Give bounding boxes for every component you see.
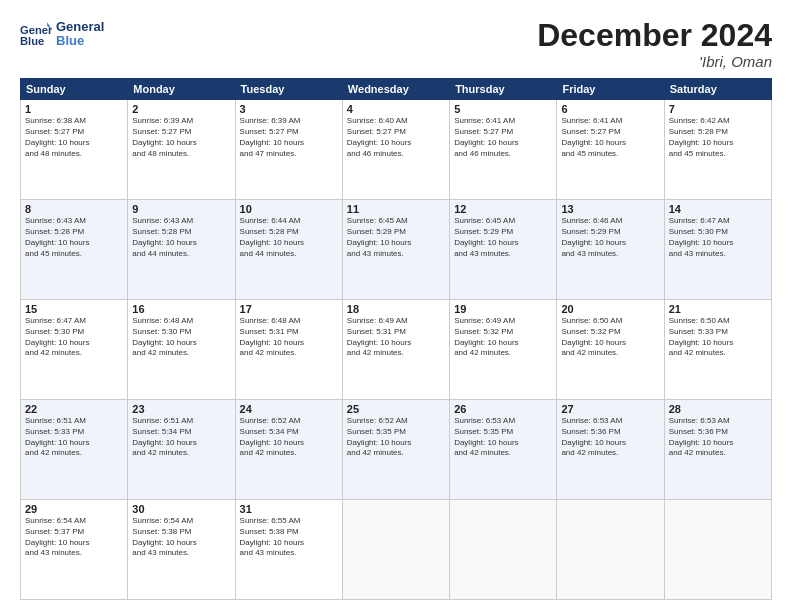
day-number: 28 xyxy=(669,403,767,415)
col-tuesday: Tuesday xyxy=(235,79,342,100)
day-number: 31 xyxy=(240,503,338,515)
day-info: Sunrise: 6:54 AMSunset: 5:38 PMDaylight:… xyxy=(132,516,230,559)
day-number: 2 xyxy=(132,103,230,115)
day-number: 6 xyxy=(561,103,659,115)
week-row-5: 29Sunrise: 6:54 AMSunset: 5:37 PMDayligh… xyxy=(21,500,772,600)
logo: General Blue General Blue xyxy=(20,18,104,50)
calendar-cell: 3Sunrise: 6:39 AMSunset: 5:27 PMDaylight… xyxy=(235,100,342,200)
day-number: 26 xyxy=(454,403,552,415)
day-number: 8 xyxy=(25,203,123,215)
calendar-cell: 18Sunrise: 6:49 AMSunset: 5:31 PMDayligh… xyxy=(342,300,449,400)
day-info: Sunrise: 6:39 AMSunset: 5:27 PMDaylight:… xyxy=(132,116,230,159)
day-number: 27 xyxy=(561,403,659,415)
day-info: Sunrise: 6:51 AMSunset: 5:33 PMDaylight:… xyxy=(25,416,123,459)
day-number: 15 xyxy=(25,303,123,315)
day-number: 9 xyxy=(132,203,230,215)
day-info: Sunrise: 6:53 AMSunset: 5:35 PMDaylight:… xyxy=(454,416,552,459)
day-info: Sunrise: 6:55 AMSunset: 5:38 PMDaylight:… xyxy=(240,516,338,559)
week-row-1: 1Sunrise: 6:38 AMSunset: 5:27 PMDaylight… xyxy=(21,100,772,200)
calendar-cell: 26Sunrise: 6:53 AMSunset: 5:35 PMDayligh… xyxy=(450,400,557,500)
col-monday: Monday xyxy=(128,79,235,100)
day-info: Sunrise: 6:52 AMSunset: 5:35 PMDaylight:… xyxy=(347,416,445,459)
day-number: 12 xyxy=(454,203,552,215)
day-info: Sunrise: 6:49 AMSunset: 5:32 PMDaylight:… xyxy=(454,316,552,359)
col-thursday: Thursday xyxy=(450,79,557,100)
day-number: 5 xyxy=(454,103,552,115)
day-info: Sunrise: 6:43 AMSunset: 5:28 PMDaylight:… xyxy=(25,216,123,259)
calendar-cell: 1Sunrise: 6:38 AMSunset: 5:27 PMDaylight… xyxy=(21,100,128,200)
day-number: 21 xyxy=(669,303,767,315)
day-number: 19 xyxy=(454,303,552,315)
day-number: 3 xyxy=(240,103,338,115)
calendar-cell xyxy=(450,500,557,600)
day-number: 14 xyxy=(669,203,767,215)
title-block: December 2024 'Ibri, Oman xyxy=(537,18,772,70)
calendar-cell: 19Sunrise: 6:49 AMSunset: 5:32 PMDayligh… xyxy=(450,300,557,400)
day-number: 20 xyxy=(561,303,659,315)
calendar-cell: 5Sunrise: 6:41 AMSunset: 5:27 PMDaylight… xyxy=(450,100,557,200)
week-row-4: 22Sunrise: 6:51 AMSunset: 5:33 PMDayligh… xyxy=(21,400,772,500)
calendar-title: December 2024 xyxy=(537,18,772,53)
calendar-cell: 15Sunrise: 6:47 AMSunset: 5:30 PMDayligh… xyxy=(21,300,128,400)
day-number: 23 xyxy=(132,403,230,415)
day-info: Sunrise: 6:50 AMSunset: 5:32 PMDaylight:… xyxy=(561,316,659,359)
calendar-cell: 11Sunrise: 6:45 AMSunset: 5:29 PMDayligh… xyxy=(342,200,449,300)
calendar-cell: 13Sunrise: 6:46 AMSunset: 5:29 PMDayligh… xyxy=(557,200,664,300)
calendar-cell xyxy=(664,500,771,600)
day-info: Sunrise: 6:54 AMSunset: 5:37 PMDaylight:… xyxy=(25,516,123,559)
calendar-cell xyxy=(342,500,449,600)
day-info: Sunrise: 6:45 AMSunset: 5:29 PMDaylight:… xyxy=(454,216,552,259)
day-info: Sunrise: 6:41 AMSunset: 5:27 PMDaylight:… xyxy=(454,116,552,159)
calendar-cell: 23Sunrise: 6:51 AMSunset: 5:34 PMDayligh… xyxy=(128,400,235,500)
day-number: 17 xyxy=(240,303,338,315)
logo-line1: General xyxy=(56,20,104,34)
day-info: Sunrise: 6:39 AMSunset: 5:27 PMDaylight:… xyxy=(240,116,338,159)
calendar-cell: 22Sunrise: 6:51 AMSunset: 5:33 PMDayligh… xyxy=(21,400,128,500)
day-number: 1 xyxy=(25,103,123,115)
logo-icon: General Blue xyxy=(20,18,52,50)
calendar-cell: 10Sunrise: 6:44 AMSunset: 5:28 PMDayligh… xyxy=(235,200,342,300)
calendar-cell: 31Sunrise: 6:55 AMSunset: 5:38 PMDayligh… xyxy=(235,500,342,600)
day-info: Sunrise: 6:51 AMSunset: 5:34 PMDaylight:… xyxy=(132,416,230,459)
day-number: 30 xyxy=(132,503,230,515)
day-info: Sunrise: 6:38 AMSunset: 5:27 PMDaylight:… xyxy=(25,116,123,159)
day-number: 11 xyxy=(347,203,445,215)
day-info: Sunrise: 6:41 AMSunset: 5:27 PMDaylight:… xyxy=(561,116,659,159)
day-info: Sunrise: 6:46 AMSunset: 5:29 PMDaylight:… xyxy=(561,216,659,259)
calendar-subtitle: 'Ibri, Oman xyxy=(537,53,772,70)
day-info: Sunrise: 6:45 AMSunset: 5:29 PMDaylight:… xyxy=(347,216,445,259)
week-row-3: 15Sunrise: 6:47 AMSunset: 5:30 PMDayligh… xyxy=(21,300,772,400)
calendar-cell: 9Sunrise: 6:43 AMSunset: 5:28 PMDaylight… xyxy=(128,200,235,300)
calendar-cell: 25Sunrise: 6:52 AMSunset: 5:35 PMDayligh… xyxy=(342,400,449,500)
calendar-cell: 29Sunrise: 6:54 AMSunset: 5:37 PMDayligh… xyxy=(21,500,128,600)
day-info: Sunrise: 6:42 AMSunset: 5:28 PMDaylight:… xyxy=(669,116,767,159)
calendar-cell: 24Sunrise: 6:52 AMSunset: 5:34 PMDayligh… xyxy=(235,400,342,500)
day-info: Sunrise: 6:50 AMSunset: 5:33 PMDaylight:… xyxy=(669,316,767,359)
day-info: Sunrise: 6:44 AMSunset: 5:28 PMDaylight:… xyxy=(240,216,338,259)
calendar-page: General Blue General Blue December 2024 … xyxy=(0,0,792,612)
day-number: 29 xyxy=(25,503,123,515)
svg-text:Blue: Blue xyxy=(20,35,44,47)
calendar-cell: 30Sunrise: 6:54 AMSunset: 5:38 PMDayligh… xyxy=(128,500,235,600)
day-info: Sunrise: 6:53 AMSunset: 5:36 PMDaylight:… xyxy=(669,416,767,459)
calendar-cell: 20Sunrise: 6:50 AMSunset: 5:32 PMDayligh… xyxy=(557,300,664,400)
header: General Blue General Blue December 2024 … xyxy=(20,18,772,70)
col-friday: Friday xyxy=(557,79,664,100)
col-wednesday: Wednesday xyxy=(342,79,449,100)
calendar-cell: 6Sunrise: 6:41 AMSunset: 5:27 PMDaylight… xyxy=(557,100,664,200)
calendar-table: Sunday Monday Tuesday Wednesday Thursday… xyxy=(20,78,772,600)
day-number: 7 xyxy=(669,103,767,115)
calendar-cell: 28Sunrise: 6:53 AMSunset: 5:36 PMDayligh… xyxy=(664,400,771,500)
calendar-cell: 14Sunrise: 6:47 AMSunset: 5:30 PMDayligh… xyxy=(664,200,771,300)
day-info: Sunrise: 6:48 AMSunset: 5:30 PMDaylight:… xyxy=(132,316,230,359)
calendar-cell: 17Sunrise: 6:48 AMSunset: 5:31 PMDayligh… xyxy=(235,300,342,400)
day-info: Sunrise: 6:48 AMSunset: 5:31 PMDaylight:… xyxy=(240,316,338,359)
day-info: Sunrise: 6:52 AMSunset: 5:34 PMDaylight:… xyxy=(240,416,338,459)
logo-line2: Blue xyxy=(56,34,104,48)
calendar-cell: 27Sunrise: 6:53 AMSunset: 5:36 PMDayligh… xyxy=(557,400,664,500)
header-row: Sunday Monday Tuesday Wednesday Thursday… xyxy=(21,79,772,100)
calendar-cell: 8Sunrise: 6:43 AMSunset: 5:28 PMDaylight… xyxy=(21,200,128,300)
calendar-cell: 12Sunrise: 6:45 AMSunset: 5:29 PMDayligh… xyxy=(450,200,557,300)
day-info: Sunrise: 6:53 AMSunset: 5:36 PMDaylight:… xyxy=(561,416,659,459)
calendar-cell: 7Sunrise: 6:42 AMSunset: 5:28 PMDaylight… xyxy=(664,100,771,200)
